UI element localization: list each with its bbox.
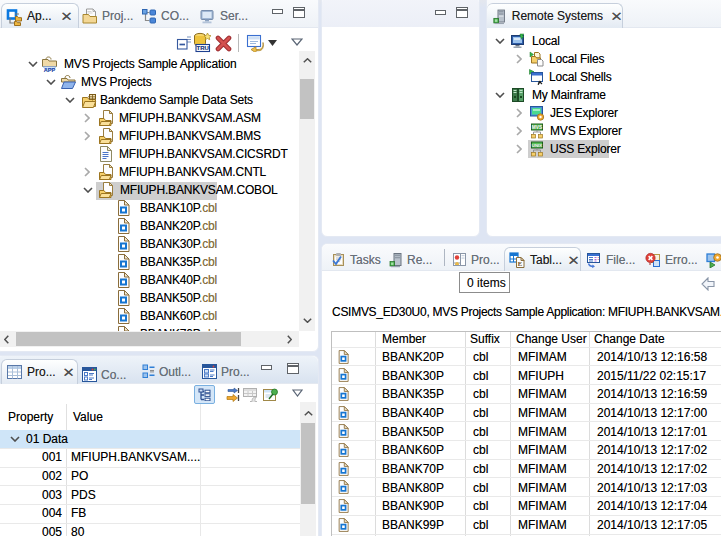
svg-text:APP: APP — [44, 67, 56, 72]
svg-text:E: E — [518, 260, 522, 267]
svg-text:UNIX: UNIX — [532, 143, 543, 148]
svg-text:MVS: MVS — [532, 125, 543, 130]
